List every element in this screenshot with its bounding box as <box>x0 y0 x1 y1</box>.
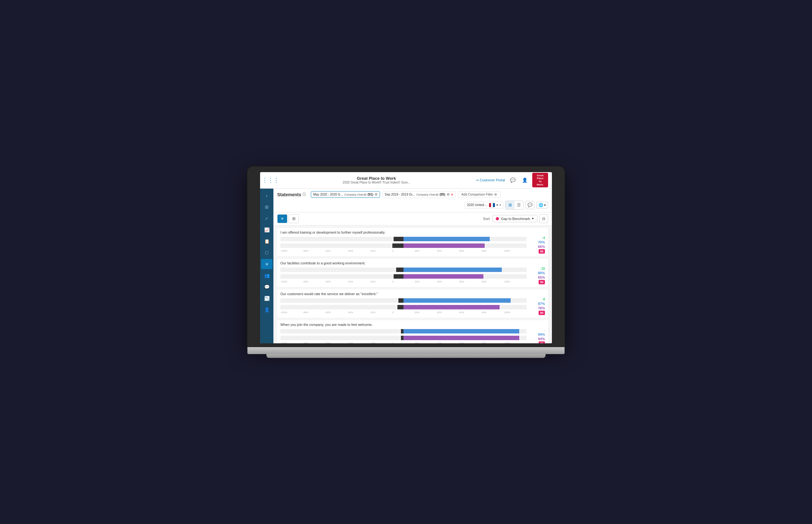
filter-bar: Statements ⓘ May 2020 - 2020 G... Compan… <box>273 189 552 212</box>
sort-chevron-icon: ▾ <box>532 216 534 220</box>
sort-controls: Sort: Gap to Benchmark ▾ ⊟ <box>483 214 548 223</box>
analytics-icon: 📈 <box>264 227 270 232</box>
statement-text: When you join the company, you are made … <box>281 323 545 327</box>
score-delta: ↑15 <box>540 267 545 271</box>
united-filter-chip[interactable]: 2020 United ... ▾ × <box>465 202 504 209</box>
bar-neg-2 <box>392 243 403 248</box>
sidebar-item-analytics[interactable]: 📈 <box>261 225 272 235</box>
page-title: Statements ⓘ <box>277 192 308 197</box>
list-mode-button[interactable]: ≡ <box>277 214 287 223</box>
sidebar-item-statements[interactable]: ≡ <box>261 259 272 269</box>
teams-icon: 👥 <box>264 273 270 278</box>
globe-button[interactable]: 🌐 ▾ <box>536 202 548 209</box>
bar-row-purple <box>281 243 527 248</box>
notifications-icon[interactable]: 💬 <box>508 176 517 184</box>
bar-neg <box>398 298 403 303</box>
sidebar-item-profile[interactable]: 👤 <box>261 305 272 315</box>
bar-pos-blue <box>403 329 519 333</box>
scale-row: -100%-80%-60%-40%-20% 020%40%60%80%100% <box>281 311 527 314</box>
sidebar-item-reports[interactable]: 📋 <box>261 236 272 246</box>
filter-chip2-label: Sep 2019 - 2019 Gr... <box>385 193 415 196</box>
bar-container <box>281 329 527 333</box>
benchmark-badge: 90 <box>539 280 545 284</box>
filter-chip-score: (91) <box>368 193 373 196</box>
scale-row: -100%-80%-60%-40%-20% 020%40%60%80%100% <box>281 249 527 252</box>
bar-container-2 <box>281 336 527 340</box>
sort-dot-icon <box>496 217 499 220</box>
bar-container <box>281 267 527 272</box>
bar-neg <box>401 329 403 333</box>
globe-icon: 🌐 <box>539 203 543 207</box>
bar-row-blue <box>281 236 527 242</box>
customer-portal-button[interactable]: ⇒ Customer Portal <box>476 178 505 182</box>
united-chip-close[interactable]: × <box>499 203 501 207</box>
filter-chip-secondary[interactable]: Sep 2019 - 2019 Gr... Company Overall (8… <box>383 191 456 198</box>
score-purple: 65% <box>538 276 545 279</box>
view-toggle-group: ⊞ ☰ <box>505 201 524 210</box>
bar-pos-purple <box>403 336 519 340</box>
sidebar-item-dashboard[interactable]: ⊞ <box>261 202 272 212</box>
gptw-logo: GreatPlaceToWork. <box>532 173 548 187</box>
globe-dropdown-icon: ▾ <box>544 203 546 207</box>
filter-chip-primary[interactable]: May 2020 - 2020 G... Company Overall (91… <box>311 191 380 198</box>
view-mode-group: ≡ ⊞ <box>277 214 299 223</box>
statement-text: I am offered training or development to … <box>281 230 545 234</box>
filter-adjust2-icon: ⚙ <box>447 193 450 197</box>
bar-row-blue <box>281 328 527 334</box>
sidebar-item-trends[interactable]: 📉 <box>261 293 272 304</box>
score-blue: 80% <box>538 271 545 275</box>
sidebar-item-results[interactable]: ✓ <box>261 213 272 224</box>
bar-row-blue <box>281 267 527 273</box>
statements-icon: ≡ <box>266 262 268 267</box>
sort-bar: ≡ ⊞ Sort: Gap to Benchmark ▾ <box>273 212 552 225</box>
filter-chip2-sub: Company Overall <box>416 193 439 196</box>
chat-icon: 💬 <box>527 202 532 207</box>
user-icon[interactable]: 👤 <box>520 176 529 184</box>
bar-row-purple <box>281 335 527 341</box>
bar-neg <box>394 237 403 241</box>
filter-chip2-close[interactable]: × <box>451 193 453 197</box>
benchmark-badge: 95 <box>539 341 545 343</box>
filter-chip-label: May 2020 - 2020 G... <box>313 193 343 196</box>
statement-row: I am offered training or development to … <box>277 228 548 256</box>
header-title-block: Great Place to Work 2020 Great Place to … <box>280 176 473 184</box>
united-dropdown-icon: ▾ <box>496 203 498 207</box>
filter-lines-button[interactable]: ⊟ <box>539 214 548 223</box>
bar-container-2 <box>281 243 527 248</box>
score-blue: 70% <box>538 240 545 244</box>
score-blue: 94% <box>538 332 545 336</box>
statement-row: Our customers would rate the service we … <box>277 290 548 318</box>
bar-row-blue <box>281 298 527 304</box>
back-nav-icon[interactable]: ‹ <box>264 191 269 201</box>
bar-pos-blue <box>403 298 511 303</box>
sidebar-item-comments[interactable]: 💬 <box>261 282 272 292</box>
bar-pos-blue <box>403 237 490 241</box>
bar-container <box>281 298 527 303</box>
bar-row-purple <box>281 304 527 310</box>
sort-dropdown[interactable]: Gap to Benchmark ▾ <box>492 215 537 222</box>
scale-row: -100%-80%-60%-40%-20% 020%40%60%80%100% <box>281 280 527 283</box>
statement-row: When you join the company, you are made … <box>277 320 548 343</box>
sidebar-item-teams[interactable]: 👥 <box>261 271 272 281</box>
comments-icon: 💬 <box>264 284 270 290</box>
add-comparison-button[interactable]: Add Comparison Filter ⚙ <box>458 191 500 198</box>
card-mode-button[interactable]: ⊞ <box>289 214 299 223</box>
add-comparison-label: Add Comparison Filter <box>462 193 493 196</box>
score-delta: ↑9 <box>541 298 545 301</box>
benchmark-badge: 90 <box>539 311 545 315</box>
sort-value: Gap to Benchmark <box>501 217 530 220</box>
reports-icon: 📋 <box>264 239 270 244</box>
statements-list: I am offered training or development to … <box>273 225 552 343</box>
list-view-button[interactable]: ☰ <box>514 201 523 209</box>
grid-view-button[interactable]: ⊞ <box>506 201 514 209</box>
bar-neg-2 <box>401 336 403 340</box>
filter-lines-icon: ⊟ <box>542 216 545 221</box>
menu-toggle-icon[interactable]: ⋮⋮⋮ <box>264 177 277 183</box>
header-main-title: Great Place to Work <box>280 176 473 181</box>
bar-neg-2 <box>397 305 403 309</box>
chat-button[interactable]: 💬 <box>526 201 535 209</box>
score-purple: 94% <box>538 337 545 341</box>
sidebar-nav: ‹ ⊞ ✓ 📈 📋 ⬡ <box>260 189 273 343</box>
sidebar-item-segments[interactable]: ⬡ <box>261 248 272 258</box>
bar-container-2 <box>281 305 527 309</box>
